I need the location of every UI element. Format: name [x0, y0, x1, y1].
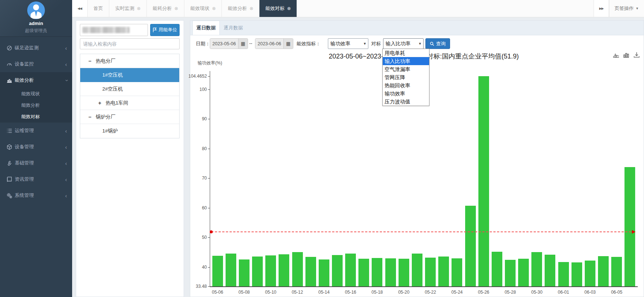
- x-tick-label: 05-28: [499, 290, 521, 295]
- dropdown-option[interactable]: 用电单耗: [383, 49, 429, 57]
- close-icon[interactable]: ⊗: [287, 6, 291, 11]
- y-tick-label: 104.4652: [188, 74, 207, 79]
- benchmark-select[interactable]: 输入比功率▾: [383, 38, 424, 49]
- x-tick-label: 05-20: [393, 290, 415, 295]
- tree-node-thermal-plant[interactable]: −热电分厂: [80, 54, 179, 68]
- y-tick: [208, 237, 210, 238]
- forward-tabs-button[interactable]: ▶▶: [594, 0, 609, 17]
- dropdown-option[interactable]: 空气泄漏率: [383, 65, 429, 73]
- sidebar-item-ops[interactable]: 运维管理 ‹: [0, 123, 72, 139]
- tab-monthly-data[interactable]: 逐月数据: [220, 21, 247, 35]
- close-icon[interactable]: ⊗: [212, 6, 216, 11]
- collapse-toggle-icon[interactable]: −: [87, 114, 92, 120]
- energy-unit-button[interactable]: 用能单位: [150, 24, 180, 36]
- top-tab-bar: ◀◀ 首页 实时监测⊗ 能耗分析⊗ 能效现状⊗ 能效分析⊗ 能效对标⊗ ▶▶ 页…: [72, 0, 644, 17]
- chevron-left-icon: ‹: [65, 176, 67, 183]
- x-tick-label: 06-05: [606, 290, 628, 295]
- collapse-tabs-button[interactable]: ◀◀: [72, 0, 88, 17]
- calendar-icon[interactable]: ▦: [238, 39, 248, 49]
- y-tick: [208, 149, 210, 149]
- chevron-down-icon: ‹: [63, 79, 69, 81]
- bar: [558, 262, 569, 286]
- tab-realtime[interactable]: 实时监测⊗: [109, 0, 147, 17]
- date-from-input[interactable]: 2023-05-06 ▦: [210, 38, 248, 49]
- y-axis-line: [210, 71, 210, 286]
- bar: [399, 259, 409, 286]
- tab-home[interactable]: 首页: [88, 0, 109, 17]
- range-separator: --: [249, 40, 252, 46]
- tab-energy-consumption[interactable]: 能耗分析⊗: [147, 0, 184, 17]
- sidebar-item-device[interactable]: 设备管理 ‹: [0, 139, 72, 155]
- dropdown-option[interactable]: 输功效率: [383, 89, 429, 98]
- bar: [372, 258, 382, 286]
- y-tick-label: 60: [188, 205, 207, 211]
- dropdown-option[interactable]: 压力波动值: [383, 98, 429, 106]
- sidebar-item-base[interactable]: 基础管理 ‹: [0, 155, 72, 171]
- metric-select[interactable]: 输功效率▾: [328, 38, 368, 49]
- benchmark-arrow-icon: [632, 230, 636, 234]
- search-icon: [430, 42, 434, 46]
- sidebar-subitem-analysis[interactable]: 能效分析: [0, 100, 72, 111]
- x-tick-label: 05-24: [446, 290, 468, 295]
- dropdown-option[interactable]: 管网压降: [383, 73, 429, 81]
- avatar[interactable]: [27, 1, 45, 19]
- y-tick-label: 90: [188, 116, 207, 121]
- x-tick-label: 05-16: [340, 290, 362, 295]
- benchmark-label: 对标: [371, 40, 381, 47]
- tab-efficiency-analysis[interactable]: 能效分析⊗: [222, 0, 259, 17]
- device-icon: [7, 144, 15, 150]
- y-tick-label: 40: [188, 265, 207, 270]
- bar: [265, 255, 276, 286]
- x-axis-line: [210, 286, 638, 287]
- sidebar-item-monitor[interactable]: 设备监控 ‹: [0, 56, 72, 72]
- bar: [518, 259, 529, 286]
- expand-toggle-icon[interactable]: +: [97, 100, 102, 106]
- tree-search-input[interactable]: [80, 38, 180, 49]
- bar: [279, 254, 289, 286]
- y-tick: [208, 76, 210, 77]
- data-tab-strip: 逐日数据 逐月数据: [190, 21, 644, 35]
- query-button[interactable]: 查询: [425, 38, 450, 49]
- sidebar-item-system[interactable]: 系统管理 ‹: [0, 187, 72, 204]
- y-tick: [208, 267, 210, 268]
- sidebar-item-carbon[interactable]: 碳足迹监测 ‹: [0, 40, 72, 56]
- bar: [611, 257, 622, 286]
- caret-down-icon: ▼: [636, 7, 639, 10]
- bar: [292, 252, 303, 286]
- tree-node-compressor-1[interactable]: 1#空压机: [80, 68, 179, 82]
- benchmark-dot: [210, 230, 213, 233]
- tree-node-compressor-2[interactable]: 2#空压机: [80, 82, 179, 96]
- dropdown-option[interactable]: 热能回收率: [383, 81, 429, 89]
- unit-input[interactable]: [80, 24, 148, 36]
- x-tick-label: 05-10: [260, 290, 282, 295]
- sidebar-item-analysis[interactable]: 能效分析 ‹: [0, 72, 72, 88]
- tab-operations-dropdown[interactable]: 页签操作▼: [609, 0, 644, 17]
- sidebar-subitem-benchmark[interactable]: 能效对标: [0, 111, 72, 123]
- dropdown-option[interactable]: 输入比功率: [383, 57, 429, 65]
- x-tick-label: 05-12: [286, 290, 308, 295]
- date-label: 日期：: [196, 40, 210, 47]
- analysis-icon: [7, 78, 15, 83]
- y-tick: [208, 286, 210, 287]
- tab-efficiency-status[interactable]: 能效现状⊗: [184, 0, 222, 17]
- tab-daily-data[interactable]: 逐日数据: [192, 21, 220, 35]
- sidebar-subitem-status[interactable]: 能效现状: [0, 88, 72, 100]
- tabbar-spacer: [297, 0, 594, 17]
- carbon-icon: [7, 45, 15, 51]
- sidebar-item-info[interactable]: 资讯管理 ‹: [0, 171, 72, 187]
- select-arrow-icon: ▾: [416, 41, 421, 46]
- close-icon[interactable]: ⊗: [250, 6, 253, 11]
- calendar-icon[interactable]: ▦: [283, 39, 293, 49]
- y-tick-label: 100: [188, 87, 207, 92]
- close-icon[interactable]: ⊗: [174, 6, 178, 11]
- tab-efficiency-benchmark[interactable]: 能效对标⊗: [259, 0, 297, 17]
- tree-node-boiler-1[interactable]: 1#锅炉: [80, 124, 179, 138]
- bar: [505, 260, 516, 286]
- close-icon[interactable]: ⊗: [137, 6, 141, 11]
- collapse-toggle-icon[interactable]: −: [87, 58, 92, 64]
- tree-node-boiler-plant[interactable]: −锅炉分厂: [80, 110, 179, 124]
- date-to-input[interactable]: 2023-06-06 ▦: [255, 38, 293, 49]
- x-tick-label: 05-30: [526, 290, 548, 295]
- user-role: 超级管理员: [0, 28, 72, 34]
- tree-node-thermal-workshop-1[interactable]: +热电1车间: [80, 96, 179, 110]
